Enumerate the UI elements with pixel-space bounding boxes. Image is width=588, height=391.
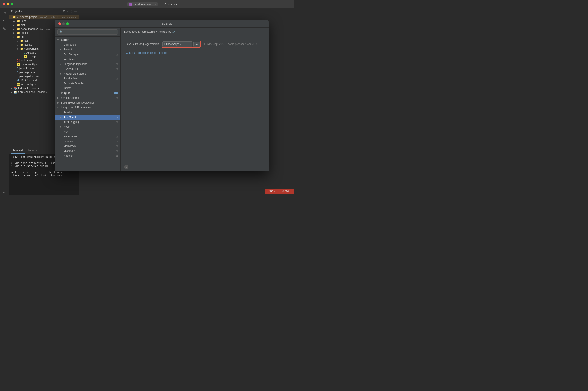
dialog-minimize-button[interactable] <box>62 22 65 25</box>
folder-icon: 📁 <box>17 31 20 34</box>
settings-item-nodejs[interactable]: Node.js ⊡ <box>55 153 120 158</box>
settings-item-label: Editor <box>61 38 69 41</box>
sidebar-icon-more[interactable]: ··· <box>1 189 7 196</box>
configure-completion-link[interactable]: Configure code completion settings <box>126 51 167 54</box>
sidebar-icon-folder[interactable] <box>1 10 7 16</box>
ellipsis-button[interactable]: ··· <box>193 42 200 47</box>
settings-tree: ▾ Editor Duplicates ▶ Emmet GUI Designer… <box>55 37 120 171</box>
forward-button[interactable]: → <box>261 30 265 34</box>
settings-item-duplicates[interactable]: Duplicates <box>55 42 120 47</box>
project-pill[interactable]: VP vue-demo-project ▾ <box>127 2 157 6</box>
settings-item-kubernetes[interactable]: Kubernetes ⊡ <box>55 134 120 139</box>
folder-icon: 📁 <box>17 23 20 26</box>
version-select-wrapper: ECMAScript 6+ ECMAScript 5.1 ECMAScript … <box>162 41 201 48</box>
version-row: JavaScript language version ECMAScript 6… <box>126 41 263 48</box>
breadcrumb-current: JavaScript <box>158 30 171 33</box>
settings-item-label: JavaFX <box>64 111 73 114</box>
close-panel-icon[interactable]: ✕ <box>67 10 69 13</box>
settings-item-version-control[interactable]: ▶ Version Control ⊡ <box>55 96 120 100</box>
root-label: vue-demo-project <box>17 15 37 19</box>
branch-icon: ⎇ <box>163 3 166 6</box>
settings-item-languages-frameworks[interactable]: ▾ Languages & Frameworks <box>55 105 120 110</box>
chevron-right-icon: ▶ <box>60 116 63 118</box>
terminal-line: All browser targets in the brows <box>11 171 76 174</box>
svg-point-1 <box>4 21 5 22</box>
settings-item-reader-mode[interactable]: Reader Mode ⊡ <box>55 76 120 81</box>
settings-search <box>55 28 120 37</box>
settings-item-ktor[interactable]: Ktor <box>55 129 120 134</box>
settings-item-javafx[interactable]: JavaFX <box>55 110 120 115</box>
expand-icon: ⊡ <box>116 145 118 147</box>
sidebar-icon-structure[interactable] <box>1 26 7 32</box>
dialog-expand-button[interactable] <box>66 22 69 25</box>
settings-item-label: Languages & Frameworks <box>61 106 92 109</box>
project-name: vue-demo-project <box>133 3 153 6</box>
expand-icon: ⊡ <box>116 68 118 70</box>
settings-item-kotlin[interactable]: ▶ Kotlin <box>55 124 120 129</box>
tab-local[interactable]: Local ✕ <box>26 147 40 154</box>
file-label: jsconfig.json <box>19 67 34 70</box>
file-label: public <box>21 31 28 34</box>
settings-item-emmet[interactable]: ▶ Emmet <box>55 47 120 52</box>
title-bar-center: VP vue-demo-project ▾ ⎇ master ▾ <box>15 2 291 6</box>
svg-rect-3 <box>3 28 4 28</box>
settings-item-intentions[interactable]: Intentions <box>55 57 120 62</box>
expand-icon: ⊡ <box>116 155 118 157</box>
settings-item-javascript[interactable]: ▶ JavaScript ⊡ <box>55 115 120 120</box>
settings-item-build[interactable]: ▶ Build, Execution, Deployment <box>55 100 120 105</box>
back-button[interactable]: ← <box>255 30 260 34</box>
dialog-close-button[interactable] <box>58 22 61 25</box>
settings-item-label: GUI Designer <box>64 53 79 56</box>
file-label: vue.config.js <box>21 83 36 86</box>
file-label: src <box>21 35 24 38</box>
branch-pill[interactable]: ⎇ master ▾ <box>161 2 179 6</box>
settings-item-natural-languages[interactable]: ▶ Natural Languages <box>55 71 120 76</box>
settings-item-plugins[interactable]: Plugins 1 <box>55 91 120 96</box>
settings-item-todo[interactable]: TODO <box>55 86 120 91</box>
expand-icon: ⊡ <box>116 150 118 152</box>
tree-root-item[interactable]: ▾ 📁 vue-demo-project ~/work/aina-client/… <box>9 15 79 19</box>
file-label: api <box>24 39 28 42</box>
version-description: ECMAScript 2015+, some proposals and JSX <box>204 43 257 46</box>
settings-gear-icon[interactable]: ⋮ <box>70 10 73 13</box>
settings-item-jvm-logging[interactable]: JVM Logging ⊡ <box>55 120 120 124</box>
folder-icon: 📁 <box>17 19 20 23</box>
help-button[interactable]: ? <box>124 165 129 169</box>
close-button[interactable] <box>3 3 5 5</box>
chevron-right-icon: ▶ <box>60 48 63 51</box>
settings-dialog: Settings ▾ Editor Duplicates ▶ Emmet <box>55 20 269 171</box>
panel-header-actions: ⊟ ✕ ⋮ — <box>63 10 76 13</box>
settings-item-textmate[interactable]: TextMate Bundles <box>55 81 120 86</box>
collapse-all-icon[interactable]: ⊟ <box>63 10 65 13</box>
scratches-label: Scratches and Consoles <box>18 91 47 94</box>
settings-item-micronaut[interactable]: Micronaut ⊡ <box>55 149 120 153</box>
settings-item-gui-designer[interactable]: GUI Designer ⊡ <box>55 52 120 57</box>
settings-item-label: TextMate Bundles <box>64 82 84 85</box>
settings-item-lombok[interactable]: Lombok ⊡ <box>55 139 120 144</box>
maximize-button[interactable] <box>10 3 13 5</box>
settings-item-markdown[interactable]: Markdown ⊡ <box>55 144 120 149</box>
file-label: babel.config.js <box>21 63 38 66</box>
svg-point-0 <box>3 20 4 21</box>
sidebar-icon-git[interactable] <box>1 18 7 24</box>
tab-terminal[interactable]: Terminal <box>10 147 25 154</box>
tab-close-icon[interactable]: ✕ <box>36 149 37 152</box>
version-select[interactable]: ECMAScript 6+ ECMAScript 5.1 ECMAScript … <box>162 41 193 47</box>
expand-icon: ⊡ <box>116 140 118 143</box>
settings-item-advanced[interactable]: Advanced ⊡ <box>55 67 120 71</box>
panel-header: Project ▾ ⊟ ✕ ⋮ — <box>9 8 79 14</box>
file-label: package-lock.json <box>19 75 40 78</box>
external-libs-icon: 📚 <box>14 87 17 90</box>
settings-item-editor[interactable]: ▾ Editor <box>55 37 120 42</box>
file-label: dist <box>21 23 25 26</box>
minimize-button[interactable] <box>6 3 9 5</box>
chevron-right-icon: ▶ <box>60 126 63 128</box>
minimize-panel-icon[interactable]: — <box>74 10 76 13</box>
file-label: assets <box>24 43 32 46</box>
settings-item-language-injections[interactable]: ▾ Language Injections ⊡ <box>55 62 120 67</box>
file-label: .idea <box>21 19 26 23</box>
expand-icon: ⊡ <box>116 135 118 138</box>
settings-search-input[interactable] <box>58 29 118 35</box>
js-file-icon: JS <box>24 55 27 58</box>
settings-item-label: Emmet <box>64 48 72 51</box>
